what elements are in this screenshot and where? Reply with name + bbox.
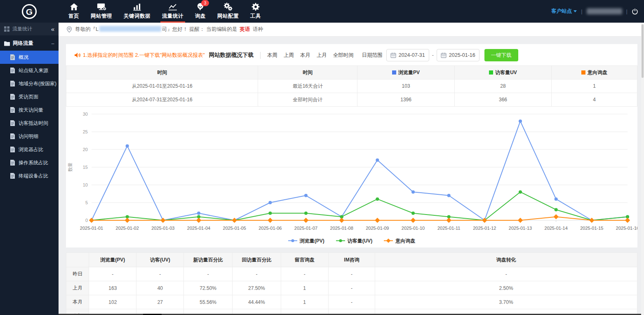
stats-cell: 40 [136,281,184,295]
svg-text:0: 0 [85,218,88,223]
nav-item-tools[interactable]: 工具 [244,0,267,23]
sidebar-item-label: 访问明细 [19,133,38,140]
download-button[interactable]: 一键下载 [484,49,518,61]
sidebar-item[interactable]: 概况 [0,51,59,64]
nav-item-label: 流量统计 [162,13,183,20]
nav-item-traffic-stats[interactable]: 流量统计 [156,0,189,23]
doc-icon [10,120,15,126]
quick-range-link[interactable]: 本月 [300,52,310,59]
notice-prefix: 尊敬的『L [75,26,99,32]
stats-column-header: 访客(UV) [136,253,184,267]
nav-item-home[interactable]: 首页 [63,0,85,23]
quick-range-link[interactable]: 全部时间 [333,52,354,59]
sidebar-group-label: 网络流量 [13,40,48,47]
logo-g-icon: G [21,3,38,20]
summary-cell: 1 [552,79,637,93]
svg-text:2025-01-01: 2025-01-01 [80,226,103,231]
date-from-input[interactable]: 2024-07-31 [386,49,429,61]
sidebar-item[interactable]: 操作系统占比 [0,156,59,169]
legend-item[interactable]: 意向询盘 [384,237,415,245]
summary-cell: 366 [454,93,551,107]
app-window: G 首页 网站管理 关键词数据 [0,0,644,315]
speaker-icon [74,52,81,58]
customer-site-dropdown[interactable]: 客户站点 [551,8,577,15]
nav-item-keyword-data[interactable]: 关键词数据 [118,0,156,23]
grid-icon [4,26,9,32]
stats-cell: 1 [281,295,328,309]
sidebar-item[interactable]: 访客抵达时间 [0,117,59,130]
sidebar-item-label: 操作系统占比 [19,159,48,166]
sidebar-item-label: 访客抵达时间 [19,120,48,127]
legend-item[interactable]: 访客量(UV) [336,237,373,245]
stats-cell: - [328,281,375,295]
nav-item-site-config[interactable]: 网站配置 [212,0,244,23]
quick-range-link[interactable]: 本周 [267,52,277,59]
sidebar-item[interactable]: 按天访问量 [0,103,59,117]
legend-marker [384,237,393,245]
row-label: 上月 [66,281,89,295]
svg-text:G: G [26,7,33,16]
quick-range-link[interactable]: 上周 [284,52,294,59]
vertical-scrollbar-thumb[interactable] [642,24,644,78]
series-color-square [392,70,396,75]
sidebar-item[interactable]: 浏览器占比 [0,143,59,156]
stats-cell: 44.44% [233,295,281,309]
svg-text:2025-01-02: 2025-01-02 [116,226,139,231]
stats-column-header: 回访量百分比 [233,253,281,267]
stats-column-header: IM咨询 [328,253,375,267]
sidebar-item[interactable]: 终端设备占比 [0,169,59,182]
logout-button[interactable] [632,8,638,15]
sidebar-item-label: 浏览器占比 [19,146,43,153]
stats-cell: - [89,267,136,281]
stats-cell: - [136,267,184,281]
sidebar-collapse-button[interactable]: « [51,26,54,32]
summary-column-header: 浏览量PV [357,66,454,79]
collapse-minus-icon[interactable]: − [51,41,54,47]
summary-table-row: 从2025-01-01至2025-01-16最近16天合计103281 [66,79,637,93]
sidebar-item[interactable]: 站点链入来源 [0,64,59,77]
svg-text:2025-01-03: 2025-01-03 [151,226,174,231]
legend-marker [288,237,297,245]
sidebar-item[interactable]: 访问明细 [0,130,59,143]
report-download-title: 网站数据概况下载 [209,51,254,59]
legend-item[interactable]: 浏览量(PV) [288,237,324,245]
summary-table: 时间时间浏览量PV访客量UV意向询盘 从2025-01-01至2025-01-1… [66,65,637,107]
sidebar-item-label: 终端设备占比 [19,173,48,180]
chart-legend: 浏览量(PV)访客量(UV)意向询盘 [66,234,637,247]
svg-text:15: 15 [83,165,88,170]
stats-cell: - [328,267,375,281]
svg-text:20: 20 [83,147,88,152]
nav-item-inquiry[interactable]: 3 询盘 [189,0,212,23]
stats-table-row: 本月1022755.56%44.44%1-3.70% [66,295,637,309]
stats-column-header: 留言询盘 [281,253,328,267]
summary-cell: 103 [357,79,454,93]
legend-label: 浏览量(PV) [300,238,324,245]
sidebar-item[interactable]: 受访页面 [0,90,59,103]
summary-cell: 4 [552,93,637,107]
summary-cell: 1396 [357,93,454,107]
doc-icon [10,68,15,73]
legend-label: 意向询盘 [395,238,415,245]
sidebar-group-network-traffic[interactable]: 网络流量 − [0,35,59,51]
inquiry-badge: 3 [201,0,209,6]
sidebar-item[interactable]: 地域分布(按国家) [0,77,59,90]
nav-item-label: 网站配置 [217,13,239,20]
keyword-data-icon [133,2,141,12]
svg-text:数量: 数量 [68,163,73,172]
tools-icon [251,2,260,12]
brand-logo[interactable]: G [0,0,59,23]
traffic-line-chart: 0510152025302025-01-012025-01-022025-01-… [66,107,637,247]
quick-range-link[interactable]: 上月 [317,52,327,59]
quick-range-links: 本周上周本月上月全部时间 [267,52,354,59]
row-label: 本月 [66,295,89,309]
stats-table-row: 上月1634072.50%27.50%1-2.50% [66,281,637,295]
nav-item-site-manage[interactable]: 网站管理 [85,0,118,23]
divider: | [626,8,628,14]
stats-cell: 27 [136,295,184,309]
summary-cell: 从2025-01-01至2025-01-16 [66,79,258,93]
date-to-input[interactable]: 2025-01-16 [437,49,479,61]
calendar-icon [441,52,447,58]
divider: | [581,8,582,14]
vertical-scrollbar[interactable] [641,23,644,315]
doc-icon [10,147,15,152]
